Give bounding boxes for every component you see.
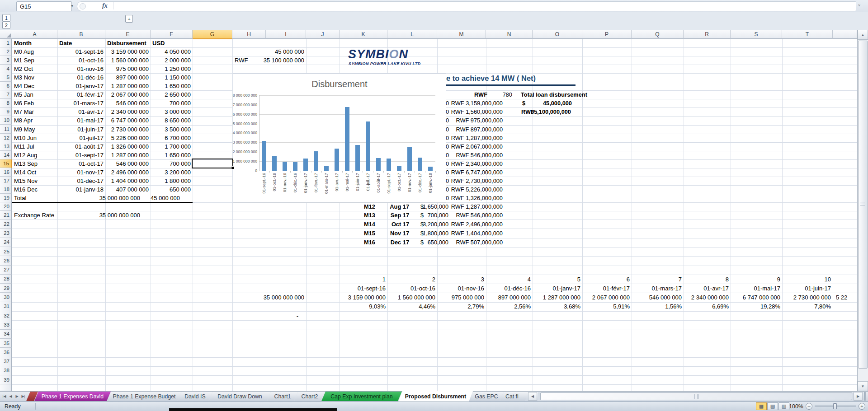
cell-period-value[interactable]: 2 340 000 000: [691, 294, 729, 302]
cell-period-number[interactable]: 6: [627, 275, 630, 283]
cell-date[interactable]: 01-déc-16: [77, 74, 104, 82]
cell-month[interactable]: M4 Dec: [14, 82, 34, 90]
panel-rwf-value[interactable]: RWF 1,404,000,000: [451, 229, 503, 238]
panel-month-label[interactable]: M13: [364, 211, 375, 220]
cell-exchange-rate-value[interactable]: 35 000 000 000: [99, 211, 140, 220]
zoom-out-icon[interactable]: –: [806, 403, 812, 410]
cell-total-disbursement[interactable]: 35 000 000 000: [99, 194, 140, 202]
row-header-17[interactable]: 17: [0, 177, 12, 185]
cell-disbursement[interactable]: 1 560 000 000: [111, 56, 149, 65]
cell-month[interactable]: M3 Nov: [14, 74, 34, 82]
column-header-M[interactable]: M: [437, 30, 486, 39]
panel-month-date[interactable]: Nov 17: [390, 229, 409, 238]
cell-period-percent[interactable]: 1,56%: [665, 303, 682, 311]
cell-period-value[interactable]: 2 067 000 000: [592, 294, 630, 302]
row-header-5[interactable]: 5: [0, 73, 12, 82]
cell-usd[interactable]: 3 500 000: [165, 125, 191, 133]
cell-period-date[interactable]: 01-oct-16: [410, 284, 435, 292]
cell-period-value[interactable]: 2 730 000 000: [793, 294, 831, 302]
zoom-slider-thumb[interactable]: [833, 403, 837, 409]
cell-period-number[interactable]: 10: [825, 275, 831, 283]
cell-period-number[interactable]: 7: [679, 275, 682, 283]
row-header-25[interactable]: 25: [0, 247, 12, 256]
cell-usd[interactable]: 650 000: [170, 185, 191, 193]
cell-date[interactable]: 01-nov-17: [77, 168, 104, 176]
cell-usd[interactable]: 3 200 000: [165, 168, 191, 176]
outline-level-2-button[interactable]: 2: [2, 21, 10, 29]
cell-disbursement[interactable]: 2 340 000 000: [111, 108, 149, 116]
cell-disbursement[interactable]: 6 747 000 000: [111, 117, 149, 125]
panel-rwf-value[interactable]: RWF 5,226,000,000: [451, 185, 503, 193]
row-header-36[interactable]: 36: [0, 348, 12, 357]
sheet-tab-phase-1-expenses-david[interactable]: Phase 1 Expenses David: [34, 392, 111, 401]
row-header-6[interactable]: 6: [0, 82, 12, 90]
scroll-up-icon[interactable]: ▲: [858, 30, 868, 40]
cell-period-percent[interactable]: 19,28%: [760, 303, 780, 311]
cell-usd[interactable]: 1 650 000: [165, 151, 191, 159]
cell-header-month[interactable]: Month: [14, 39, 32, 47]
cell-date[interactable]: 01-déc-17: [77, 177, 104, 185]
cell-period-value[interactable]: 546 000 000: [649, 294, 682, 302]
cell-date[interactable]: 01-mai-17: [77, 117, 104, 125]
row-header-34[interactable]: 34: [0, 330, 12, 339]
cell-month[interactable]: M2 Oct: [14, 65, 33, 73]
selection-border[interactable]: [192, 159, 233, 168]
cell-usd[interactable]: 1 700 000: [165, 142, 191, 150]
row-header-26[interactable]: 26: [0, 256, 12, 265]
column-header-L[interactable]: L: [387, 30, 437, 39]
cell-i3[interactable]: 35 100 000 000: [264, 56, 304, 65]
row-header-27[interactable]: 27: [0, 266, 12, 275]
cell-period-percent[interactable]: 7,80%: [814, 303, 831, 311]
cell-period-date[interactable]: 01-avr-17: [703, 284, 729, 292]
column-header-Q[interactable]: Q: [632, 30, 684, 39]
cell-period-number[interactable]: 5: [577, 275, 580, 283]
zoom-level[interactable]: 100%: [788, 402, 805, 410]
row-header-24[interactable]: 24: [0, 238, 12, 247]
disbursement-chart[interactable]: Disbursement 01 000 000 0002 000 000 000…: [233, 74, 446, 203]
panel-rwf-value[interactable]: RWF 2,340,000,000: [451, 159, 503, 168]
row-header-partial[interactable]: [0, 384, 12, 391]
tab-splitter-handle[interactable]: [864, 392, 866, 401]
cell-disbursement[interactable]: 2 496 000 000: [111, 168, 149, 176]
column-header-B[interactable]: B: [57, 30, 105, 39]
cell-month[interactable]: M6 Feb: [14, 99, 34, 107]
cell-period-percent[interactable]: 2,79%: [467, 303, 484, 311]
column-header-H[interactable]: H: [232, 30, 266, 39]
cell-date[interactable]: 01-mars-17: [74, 99, 104, 107]
cell-disbursement[interactable]: 3 159 000 000: [111, 48, 149, 56]
cell-period-number[interactable]: 8: [726, 275, 729, 283]
cell-month[interactable]: M1 Sep: [14, 56, 34, 65]
cell-date[interactable]: 01-avr-17: [78, 108, 104, 116]
column-header-T[interactable]: T: [782, 30, 833, 39]
cell-usd[interactable]: 4 050 000: [165, 48, 191, 56]
cell-period-date[interactable]: 01-mars-17: [652, 284, 682, 292]
row-header-9[interactable]: 9: [0, 107, 12, 116]
cell-date[interactable]: 01-août-17: [75, 142, 104, 150]
panel-rwf-value[interactable]: RWF 975,000,000: [456, 117, 503, 125]
cell-period-date[interactable]: 01-mai-17: [754, 284, 780, 292]
cell-month[interactable]: M11 Jul: [14, 142, 34, 150]
cell-period-date[interactable]: 01-janv-17: [553, 284, 580, 292]
cell-disbursement[interactable]: 1 287 000 000: [111, 82, 149, 90]
zoom-in-icon[interactable]: +: [859, 403, 865, 410]
cell-i2[interactable]: 45 000 000: [275, 48, 304, 56]
cell-month[interactable]: M10 Jun: [14, 134, 37, 142]
row-header-1[interactable]: 1: [0, 39, 12, 47]
cell-period-value[interactable]: 1 560 000 000: [398, 294, 435, 302]
column-header-O[interactable]: O: [533, 30, 582, 39]
cell-usd[interactable]: 2 000 000: [165, 56, 191, 65]
panel-rwf-value[interactable]: RWF 1,287,000,000: [451, 134, 503, 142]
row-header-20[interactable]: 20: [0, 202, 12, 211]
sheet-tab-cap-exp-investment-plan[interactable]: Cap Exp Investment plan: [321, 392, 402, 401]
sheet-tab-phase-1-expense-budget[interactable]: Phase 1 Expense Budget: [107, 392, 181, 401]
cell-period-percent[interactable]: 6,69%: [712, 303, 729, 311]
row-header-37[interactable]: 37: [0, 357, 12, 366]
cell-period-percent[interactable]: 2,56%: [514, 303, 531, 311]
cell-disbursement[interactable]: 546 000 000: [116, 99, 149, 107]
cell-total-usd[interactable]: 45 000 000: [151, 194, 180, 202]
row-header-23[interactable]: 23: [0, 229, 12, 238]
panel-rwf-value[interactable]: RWF 546,000,000: [456, 211, 503, 220]
row-header-38[interactable]: 38: [0, 366, 12, 375]
cell-usd[interactable]: 6 700 000: [165, 134, 191, 142]
panel-usd-value[interactable]: 1,650,000: [423, 202, 448, 210]
